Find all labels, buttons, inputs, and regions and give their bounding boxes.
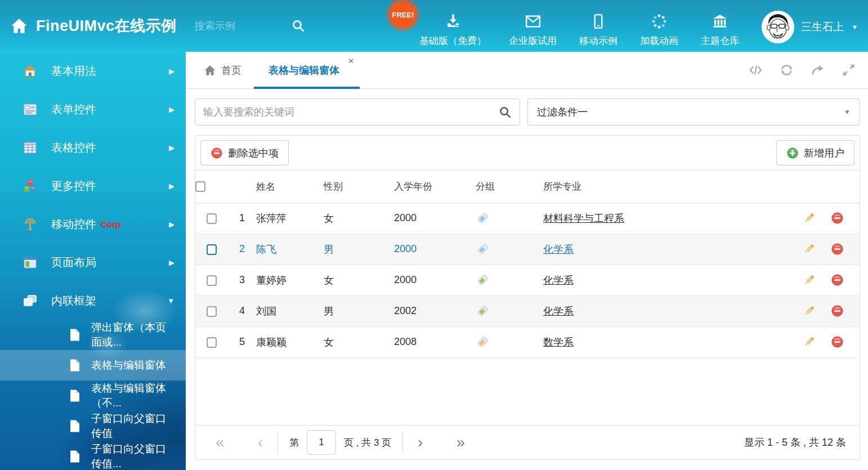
sidebar-item-label: 更多控件 <box>51 178 96 194</box>
sidebar-item-inline-frame[interactable]: 内联框架 ▼ <box>0 281 186 320</box>
sidebar-item-form-controls[interactable]: 表单控件 ▶ <box>0 90 186 128</box>
nav-item-basic-edition[interactable]: 基础版（免费） <box>419 5 486 47</box>
table-row[interactable]: 5 康颖颖 女 2008 数学系 <box>195 326 860 357</box>
sidebar-item-mobile-controls[interactable]: 移动控件 Corp. ▶ <box>0 205 186 243</box>
edit-icon[interactable] <box>803 243 816 256</box>
sidebar-item-suffix: Corp. <box>101 220 123 229</box>
column-header-gender: 性别 <box>324 171 394 203</box>
nav-item-label: 加载动画 <box>640 34 678 47</box>
user-menu[interactable]: 三生石上 ▼ <box>762 5 858 43</box>
major-link[interactable]: 数学系 <box>543 337 574 348</box>
row-checkbox[interactable] <box>207 337 217 348</box>
delete-icon[interactable] <box>831 212 844 225</box>
refresh-icon[interactable] <box>780 63 794 77</box>
sidebar-subitem-grid-edit-window[interactable]: 表格与编辑窗体 <box>0 350 186 381</box>
table-row[interactable]: 4 刘国 男 2002 化学系 <box>195 296 860 326</box>
tab-grid-edit-window[interactable]: 表格与编辑窗体 ✕ <box>254 52 360 88</box>
source-code-icon[interactable] <box>749 63 763 77</box>
cell-year: 2000 <box>394 265 476 296</box>
page-number-input[interactable] <box>307 430 336 455</box>
table-row[interactable]: 2 陈飞 男 2000 化学系 <box>195 234 860 265</box>
chevron-down-icon: ▼ <box>167 297 175 305</box>
keyword-search-box <box>195 99 520 126</box>
free-badge-label: FREE! <box>392 11 414 19</box>
sidebar-subitem-popup-window[interactable]: 弹出窗体（本页面或... <box>0 320 186 350</box>
table-row[interactable]: 3 董婷婷 女 2000 化学系 <box>195 265 860 296</box>
nav-item-label: 基础版（免费） <box>419 34 486 47</box>
main-area: 首页 表格与编辑窗体 ✕ <box>186 52 868 470</box>
nav-item-enterprise-trial[interactable]: 企业版试用 <box>509 5 557 47</box>
column-header-name: 姓名 <box>256 171 324 203</box>
nav-item-loading-animation[interactable]: 加载动画 <box>640 5 678 47</box>
sidebar-item-label: 表格控件 <box>51 140 96 155</box>
delete-icon[interactable] <box>831 243 844 256</box>
phone-icon <box>590 13 607 30</box>
filter-dropdown[interactable]: 过滤条件一 ▼ <box>527 99 860 126</box>
app-title: FineUIMvc在线示例 <box>36 16 177 36</box>
delete-selected-button[interactable]: 删除选中项 <box>200 140 289 165</box>
major-link[interactable]: 化学系 <box>543 275 574 286</box>
first-page-button[interactable]: « <box>209 435 231 450</box>
sidebar-subitem-child-to-parent-2[interactable]: 子窗口向父窗口传值... <box>0 441 186 470</box>
sidebar-item-basic-usage[interactable]: 基本用法 ▶ <box>0 52 186 90</box>
table-row[interactable]: 1 张萍萍 女 2000 材料科学与工程系 <box>195 203 860 234</box>
cell-gender: 女 <box>324 265 394 296</box>
nav-item-theme-repo[interactable]: 主题仓库 <box>701 5 739 47</box>
row-number: 4 <box>228 296 256 326</box>
delete-icon[interactable] <box>831 305 844 317</box>
delete-icon[interactable] <box>831 274 844 287</box>
row-checkbox[interactable] <box>207 275 217 286</box>
row-checkbox[interactable] <box>207 244 217 255</box>
sidebar-item-label: 页面布局 <box>51 255 96 270</box>
nav-item-label: 主题仓库 <box>701 34 739 47</box>
cell-gender: 男 <box>324 234 394 265</box>
header-search-input[interactable] <box>195 20 279 32</box>
chevron-right-icon: ▶ <box>169 258 175 267</box>
grid-empty-space <box>195 358 860 426</box>
caret-down-icon: ▼ <box>844 108 851 116</box>
tab-home[interactable]: 首页 <box>191 52 254 88</box>
sidebar-item-grid-controls[interactable]: 表格控件 ▶ <box>0 128 186 167</box>
edit-icon[interactable] <box>803 335 816 348</box>
free-badge: FREE! <box>386 0 420 32</box>
delete-icon[interactable] <box>831 335 844 348</box>
cell-name: 董婷婷 <box>256 265 324 296</box>
file-icon <box>69 419 81 433</box>
sidebar-item-page-layout[interactable]: 页面布局 ▶ <box>0 243 186 281</box>
search-icon[interactable] <box>292 19 305 33</box>
row-checkbox[interactable] <box>207 306 217 317</box>
cell-gender: 女 <box>324 203 394 234</box>
major-link[interactable]: 化学系 <box>543 306 574 317</box>
search-icon[interactable] <box>499 106 512 119</box>
row-number: 1 <box>228 203 256 234</box>
select-all-checkbox[interactable] <box>195 181 205 192</box>
sidebar-item-label: 基本用法 <box>51 64 96 79</box>
expand-icon[interactable] <box>842 63 856 77</box>
sidebar-subitem-label: 弹出窗体（本页面或... <box>91 320 175 350</box>
column-header-group: 分组 <box>476 171 543 203</box>
edit-icon[interactable] <box>803 305 816 317</box>
download-icon <box>445 13 462 30</box>
open-new-window-icon[interactable] <box>811 63 825 77</box>
nav-item-label: 企业版试用 <box>509 34 557 47</box>
last-page-button[interactable]: » <box>450 435 472 450</box>
major-link[interactable]: 化学系 <box>543 244 574 255</box>
add-user-button[interactable]: 新增用户 <box>776 140 854 165</box>
edit-icon[interactable] <box>803 274 816 287</box>
sidebar-subitem-grid-edit-window-2[interactable]: 表格与编辑窗体（不... <box>0 381 186 411</box>
content-area: 过滤条件一 ▼ 删除选中项 新增用户 <box>186 89 868 460</box>
next-page-button[interactable]: › <box>411 435 429 450</box>
nav-item-mobile-demo[interactable]: 移动示例 <box>579 5 618 47</box>
home-icon[interactable] <box>10 17 28 35</box>
row-checkbox[interactable] <box>207 213 217 224</box>
row-number: 5 <box>228 326 256 357</box>
keyword-search-input[interactable] <box>203 106 499 118</box>
sidebar-subitem-child-to-parent[interactable]: 子窗口向父窗口传值 <box>0 411 186 441</box>
close-tab-icon[interactable]: ✕ <box>348 57 354 65</box>
chevron-right-icon: ▶ <box>169 144 175 152</box>
major-link[interactable]: 材料科学与工程系 <box>543 213 624 224</box>
add-user-label: 新增用户 <box>804 146 844 160</box>
edit-icon[interactable] <box>803 212 816 225</box>
sidebar-item-more-controls[interactable]: 更多控件 ▶ <box>0 167 186 205</box>
prev-page-button[interactable]: ‹ <box>251 435 270 450</box>
